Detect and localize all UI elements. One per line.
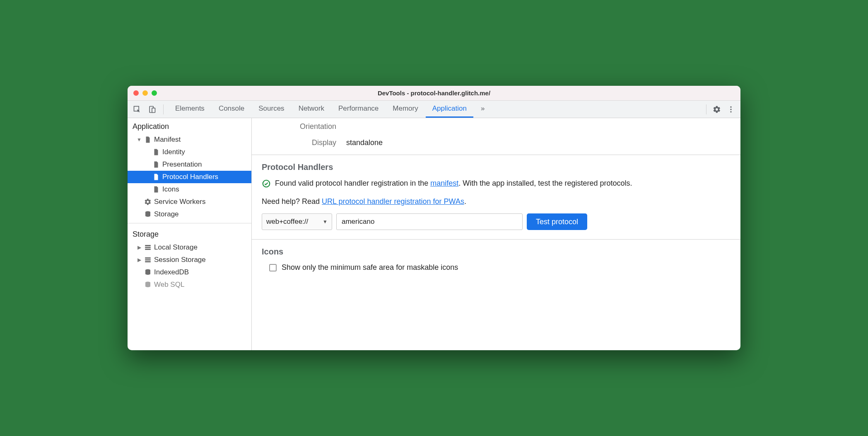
maskable-icons-checkbox[interactable] bbox=[269, 264, 277, 271]
table-icon bbox=[144, 256, 152, 264]
sidebar-item-icons[interactable]: Icons bbox=[128, 183, 251, 196]
maskable-icons-label: Show only the minimum safe area for mask… bbox=[282, 263, 458, 272]
maximize-window-button[interactable] bbox=[152, 90, 157, 96]
tabs-overflow-button[interactable]: » bbox=[474, 101, 491, 118]
manifest-link[interactable]: manifest bbox=[430, 179, 458, 187]
file-icon bbox=[144, 136, 152, 143]
sidebar-item-manifest[interactable]: ▼ Manifest bbox=[128, 133, 251, 146]
chevron-right-icon: ▶ bbox=[137, 257, 142, 263]
sidebar-item-service-workers[interactable]: Service Workers bbox=[128, 196, 251, 208]
protocol-select-value: web+coffee:// bbox=[266, 218, 308, 226]
file-icon bbox=[152, 161, 160, 168]
svg-rect-2 bbox=[152, 108, 155, 112]
display-value: standalone bbox=[346, 138, 383, 147]
chevron-down-icon: ▼ bbox=[137, 137, 142, 143]
chevron-down-icon: ▼ bbox=[323, 219, 328, 225]
svg-point-3 bbox=[730, 106, 731, 107]
svg-rect-11 bbox=[145, 259, 151, 261]
check-circle-icon bbox=[262, 179, 271, 191]
window-controls bbox=[133, 90, 157, 96]
svg-rect-9 bbox=[145, 249, 151, 250]
tab-elements[interactable]: Elements bbox=[169, 101, 211, 118]
gear-icon bbox=[144, 198, 152, 206]
toolbar-separator bbox=[163, 104, 164, 114]
svg-point-4 bbox=[730, 109, 731, 110]
help-text: Need help? Read URL protocol handler reg… bbox=[252, 193, 740, 212]
table-icon bbox=[144, 244, 152, 251]
sidebar-section-storage: Storage bbox=[128, 226, 251, 241]
sidebar-item-label: IndexedDB bbox=[154, 268, 189, 276]
help-link[interactable]: URL protocol handler registration for PW… bbox=[322, 197, 464, 206]
icons-heading: Icons bbox=[252, 240, 740, 261]
sidebar-item-local-storage[interactable]: ▶ Local Storage bbox=[128, 241, 251, 254]
main-content: Orientation Display standalone Protocol … bbox=[252, 118, 740, 350]
device-toolbar-icon[interactable] bbox=[146, 103, 158, 116]
panel-body: Application ▼ Manifest Identity Presenta… bbox=[128, 118, 740, 350]
sidebar-item-protocol-handlers[interactable]: Protocol Handlers bbox=[128, 171, 251, 183]
sidebar-item-identity[interactable]: Identity bbox=[128, 146, 251, 158]
protocol-path-input[interactable] bbox=[336, 213, 523, 230]
tab-performance[interactable]: Performance bbox=[332, 101, 385, 118]
database-icon bbox=[144, 211, 152, 218]
orientation-label: Orientation bbox=[262, 122, 336, 131]
status-text: Found valid protocol handler registratio… bbox=[275, 178, 632, 189]
sidebar-item-label: Storage bbox=[154, 210, 179, 218]
chevron-right-icon: ▶ bbox=[137, 245, 142, 250]
sidebar-section-application: Application bbox=[128, 118, 251, 133]
svg-rect-12 bbox=[145, 261, 151, 262]
tab-application[interactable]: Application bbox=[426, 101, 473, 118]
inspect-element-icon[interactable] bbox=[131, 103, 143, 116]
svg-rect-7 bbox=[145, 245, 151, 246]
settings-gear-icon[interactable] bbox=[711, 103, 723, 116]
svg-rect-10 bbox=[145, 257, 151, 259]
close-window-button[interactable] bbox=[133, 90, 139, 96]
sidebar-item-label: Web SQL bbox=[154, 281, 184, 289]
row-display: Display standalone bbox=[252, 138, 740, 147]
sidebar-item-label: Local Storage bbox=[154, 243, 198, 252]
svg-rect-8 bbox=[145, 247, 151, 248]
database-icon bbox=[144, 269, 152, 276]
more-menu-icon[interactable] bbox=[725, 103, 737, 116]
sidebar-item-label: Presentation bbox=[162, 160, 202, 169]
display-label: Display bbox=[262, 138, 336, 147]
file-icon bbox=[152, 173, 160, 181]
sidebar-item-label: Protocol Handlers bbox=[162, 173, 218, 181]
sidebar-divider bbox=[128, 223, 251, 223]
tab-sources[interactable]: Sources bbox=[252, 101, 291, 118]
sidebar-item-storage[interactable]: Storage bbox=[128, 208, 251, 220]
sidebar-item-session-storage[interactable]: ▶ Session Storage bbox=[128, 254, 251, 266]
svg-point-5 bbox=[730, 111, 731, 112]
sidebar-item-indexeddb[interactable]: IndexedDB bbox=[128, 266, 251, 279]
file-icon bbox=[152, 186, 160, 193]
test-protocol-controls: web+coffee:// ▼ Test protocol bbox=[252, 212, 740, 239]
application-sidebar: Application ▼ Manifest Identity Presenta… bbox=[128, 118, 252, 350]
sidebar-item-label: Manifest bbox=[154, 136, 181, 144]
protocol-handlers-status: Found valid protocol handler registratio… bbox=[252, 176, 740, 193]
test-protocol-button[interactable]: Test protocol bbox=[527, 213, 587, 230]
tab-console[interactable]: Console bbox=[212, 101, 251, 118]
tab-network[interactable]: Network bbox=[292, 101, 331, 118]
row-orientation: Orientation bbox=[252, 122, 740, 131]
minimize-window-button[interactable] bbox=[142, 90, 148, 96]
tab-memory[interactable]: Memory bbox=[386, 101, 424, 118]
sidebar-item-label: Icons bbox=[162, 185, 179, 194]
sidebar-item-label: Session Storage bbox=[154, 256, 206, 264]
titlebar: DevTools - protocol-handler.glitch.me/ bbox=[128, 86, 740, 101]
devtools-toolbar: Elements Console Sources Network Perform… bbox=[128, 101, 740, 118]
sidebar-item-label: Service Workers bbox=[154, 198, 205, 206]
sidebar-item-websql[interactable]: Web SQL bbox=[128, 279, 251, 291]
maskable-icons-row: Show only the minimum safe area for mask… bbox=[252, 261, 740, 279]
toolbar-separator bbox=[706, 104, 706, 114]
devtools-window: DevTools - protocol-handler.glitch.me/ E… bbox=[128, 86, 740, 350]
sidebar-item-presentation[interactable]: Presentation bbox=[128, 158, 251, 171]
database-icon bbox=[144, 281, 152, 288]
file-icon bbox=[152, 148, 160, 156]
sidebar-item-label: Identity bbox=[162, 148, 185, 156]
tab-strip: Elements Console Sources Network Perform… bbox=[169, 101, 701, 118]
protocol-select[interactable]: web+coffee:// ▼ bbox=[262, 213, 332, 230]
window-title: DevTools - protocol-handler.glitch.me/ bbox=[128, 90, 740, 97]
protocol-handlers-heading: Protocol Handlers bbox=[252, 155, 740, 176]
